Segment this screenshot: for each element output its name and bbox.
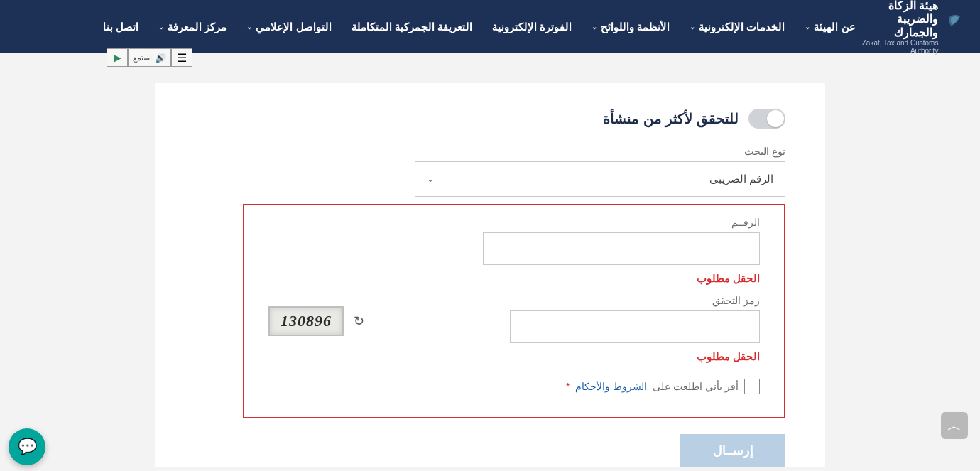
captcha-field: رمز التحقق الحقل مطلوب ↻ 130896 — [268, 289, 760, 363]
search-type-field: نوع البحث الرقم الضريبي ⌄ — [415, 146, 785, 197]
refresh-captcha-icon[interactable]: ↻ — [354, 313, 364, 329]
multi-entity-label: للتحقق لأكثر من منشأة — [603, 110, 739, 127]
nav-einvoicing[interactable]: الفوترة الإلكترونية — [492, 21, 572, 33]
play-icon: ▶ — [114, 52, 121, 63]
chat-icon: 💬 — [18, 438, 37, 456]
brand-text: هيئة الزكاة والضريبة والجمارك Zakat, Tax… — [856, 0, 939, 55]
required-asterisk: * — [566, 381, 570, 392]
top-navbar: هيئة الزكاة والضريبة والجمارك Zakat, Tax… — [0, 0, 980, 53]
chevron-down-icon: ⌄ — [246, 23, 252, 31]
number-label: الرقــم — [268, 217, 760, 228]
captcha-image: 130896 — [268, 306, 344, 336]
chevron-down-icon: ⌄ — [805, 23, 810, 31]
nav-tariff[interactable]: التعريفة الجمركية المتكاملة — [352, 21, 472, 33]
chat-button[interactable]: 💬 — [9, 428, 45, 465]
terms-checkbox[interactable] — [744, 379, 760, 394]
captcha-input[interactable] — [510, 310, 760, 343]
verification-card: للتحقق لأكثر من منشأة نوع البحث الرقم ال… — [155, 83, 825, 467]
nav-contact[interactable]: اتصل بنا — [103, 21, 138, 33]
listen-button[interactable]: 🔊 استمع — [128, 48, 171, 67]
speaker-icon: 🔊 — [155, 53, 166, 63]
listen-toolbar: ☰ 🔊 استمع ▶ — [107, 48, 192, 67]
chevron-down-icon: ⌄ — [427, 174, 434, 184]
number-input[interactable] — [483, 232, 760, 265]
brand: هيئة الزكاة والضريبة والجمارك Zakat, Tax… — [856, 0, 963, 55]
chevron-up-icon: ︿ — [947, 416, 962, 435]
nav-links: عن الهيئة⌄ الخدمات الإلكترونية⌄ الأنظمة … — [103, 21, 856, 33]
chevron-down-icon: ⌄ — [158, 23, 164, 31]
nav-media[interactable]: التواصل الإعلامي⌄ — [246, 21, 331, 33]
captcha-error: الحقل مطلوب — [510, 350, 760, 363]
scroll-to-top-button[interactable]: ︿ — [941, 412, 968, 439]
terms-row: أقر بأني اطلعت على الشروط والأحكام * — [268, 379, 760, 394]
chevron-down-icon: ⌄ — [690, 23, 695, 31]
captcha-image-group: ↻ 130896 — [268, 306, 364, 336]
nav-knowledge[interactable]: مركز المعرفة⌄ — [158, 21, 227, 33]
chevron-down-icon: ⌄ — [592, 23, 597, 31]
terms-prefix: أقر بأني اطلعت على — [653, 381, 739, 392]
validation-error-group: الرقــم الحقل مطلوب رمز التحقق الحقل مطل… — [243, 204, 785, 418]
number-error: الحقل مطلوب — [268, 272, 760, 285]
listen-menu-button[interactable]: ☰ — [171, 48, 192, 67]
search-type-value: الرقم الضريبي — [709, 173, 773, 185]
authority-logo-icon — [945, 12, 963, 42]
captcha-label: رمز التحقق — [510, 295, 760, 306]
number-field: الرقــم الحقل مطلوب — [268, 217, 760, 285]
play-button[interactable]: ▶ — [107, 48, 128, 67]
multi-entity-toggle[interactable] — [748, 109, 785, 129]
nav-eservices[interactable]: الخدمات الإلكترونية⌄ — [690, 21, 785, 33]
toggle-knob — [767, 110, 784, 127]
search-type-label: نوع البحث — [415, 146, 785, 157]
brand-name-en: Zakat, Tax and Customs Authority — [856, 39, 939, 55]
menu-icon: ☰ — [177, 51, 187, 65]
brand-name-ar: هيئة الزكاة والضريبة والجمارك — [856, 0, 939, 39]
terms-link[interactable]: الشروط والأحكام — [575, 381, 647, 392]
submit-button[interactable]: إرســال — [680, 434, 785, 467]
nav-about[interactable]: عن الهيئة⌄ — [805, 21, 855, 33]
nav-regulations[interactable]: الأنظمة واللوائح⌄ — [592, 21, 670, 33]
multi-entity-toggle-row: للتحقق لأكثر من منشأة — [195, 109, 785, 129]
search-type-select[interactable]: الرقم الضريبي ⌄ — [415, 161, 785, 197]
